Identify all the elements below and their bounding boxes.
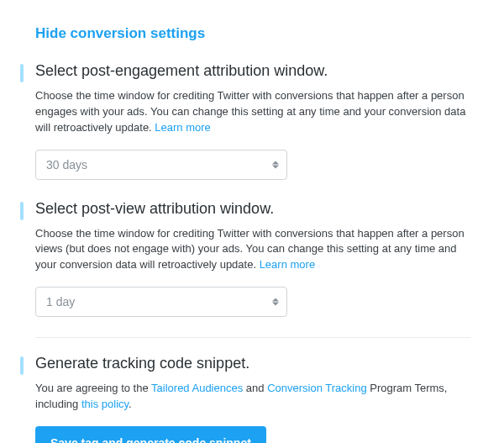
section-post-engagement: Select post-engagement attribution windo… <box>20 62 470 180</box>
section-marker-icon <box>20 64 24 82</box>
conversion-tracking-link[interactable]: Conversion Tracking <box>267 382 367 394</box>
engagement-window-select-wrap: 30 days <box>35 150 287 180</box>
terms-mid: and <box>243 382 267 394</box>
section-marker-icon <box>20 356 24 375</box>
hide-conversion-settings-link[interactable]: Hide conversion settings <box>35 25 205 42</box>
view-window-select-wrap: 1 day <box>35 287 287 317</box>
section-heading: Select post-view attribution window. <box>35 200 470 218</box>
tailored-audiences-link[interactable]: Tailored Audiences <box>151 382 243 394</box>
divider <box>35 337 470 338</box>
this-policy-link[interactable]: this policy <box>81 398 129 410</box>
section-description: Choose the time window for crediting Twi… <box>35 226 470 274</box>
description-text: Choose the time window for crediting Twi… <box>35 227 465 272</box>
learn-more-link[interactable]: Learn more <box>155 121 210 134</box>
select-value: 30 days <box>46 158 87 171</box>
select-value: 1 day <box>46 295 75 309</box>
section-generate-snippet: Generate tracking code snippet. You are … <box>20 355 470 443</box>
terms-post: . <box>129 398 132 410</box>
learn-more-link[interactable]: Learn more <box>260 258 315 271</box>
section-description: Choose the time window for crediting Twi… <box>35 88 470 136</box>
save-generate-button[interactable]: Save tag and generate code snippet <box>35 426 266 443</box>
view-window-select[interactable]: 1 day <box>35 287 287 317</box>
section-heading: Select post-engagement attribution windo… <box>35 62 470 80</box>
section-heading: Generate tracking code snippet. <box>35 355 470 372</box>
terms-pre: You are agreeing to the <box>35 382 151 394</box>
terms-text: You are agreeing to the Tailored Audienc… <box>35 381 470 413</box>
engagement-window-select[interactable]: 30 days <box>35 150 287 180</box>
description-text: Choose the time window for crediting Twi… <box>35 89 465 134</box>
section-post-view: Select post-view attribution window. Cho… <box>20 200 470 318</box>
section-marker-icon <box>20 202 24 220</box>
